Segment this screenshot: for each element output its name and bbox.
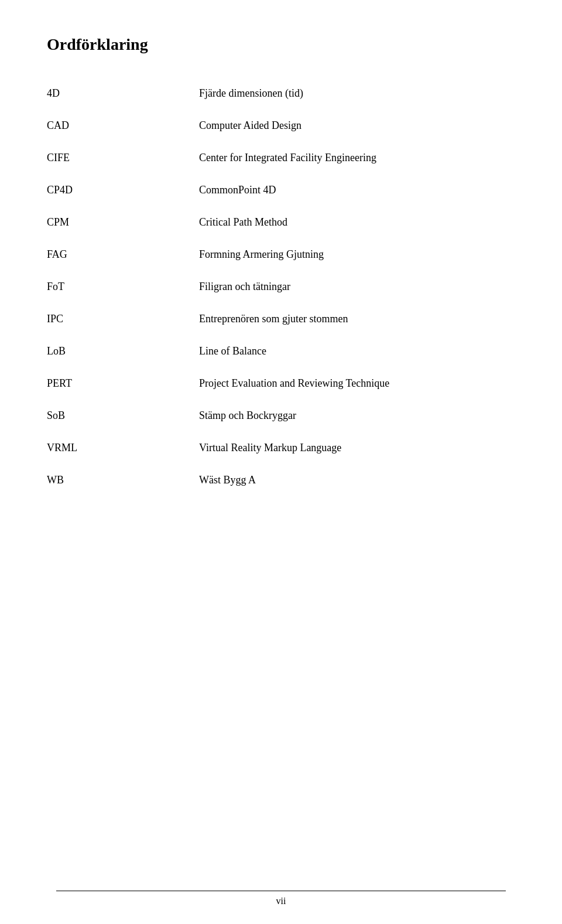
glossary-abbr: CP4D [47,174,199,206]
glossary-abbr: PERT [47,367,199,400]
glossary-abbr: FoT [47,271,199,303]
glossary-definition: Wäst Bygg A [199,464,515,496]
page-title: Ordförklaring [47,35,515,54]
glossary-abbr: CPM [47,206,199,238]
glossary-definition: Filigran och tätningar [199,271,515,303]
glossary-definition: Critical Path Method [199,206,515,238]
glossary-definition: Line of Balance [199,335,515,367]
glossary-abbr: 4D [47,77,199,110]
glossary-definition: Formning Armering Gjutning [199,238,515,271]
glossary-definition: Project Evaluation and Reviewing Techniq… [199,367,515,400]
glossary-definition: Virtual Reality Markup Language [199,432,515,464]
glossary-row: PERTProject Evaluation and Reviewing Tec… [47,367,515,400]
glossary-definition: Stämp och Bockryggar [199,400,515,432]
glossary-row: CP4DCommonPoint 4D [47,174,515,206]
glossary-row: VRMLVirtual Reality Markup Language [47,432,515,464]
glossary-row: CIFECenter for Integrated Facility Engin… [47,142,515,174]
glossary-row: IPCEntreprenören som gjuter stommen [47,303,515,335]
glossary-row: 4DFjärde dimensionen (tid) [47,77,515,110]
page-footer: vii [0,891,562,906]
glossary-abbr: SoB [47,400,199,432]
glossary-definition: Entreprenören som gjuter stommen [199,303,515,335]
page-container: Ordförklaring 4DFjärde dimensionen (tid)… [0,0,562,543]
glossary-row: WBWäst Bygg A [47,464,515,496]
glossary-abbr: FAG [47,238,199,271]
glossary-row: SoBStämp och Bockryggar [47,400,515,432]
glossary-abbr: WB [47,464,199,496]
glossary-row: CADComputer Aided Design [47,110,515,142]
glossary-abbr: LoB [47,335,199,367]
glossary-abbr: CIFE [47,142,199,174]
glossary-abbr: CAD [47,110,199,142]
glossary-row: FAGFormning Armering Gjutning [47,238,515,271]
glossary-definition: Center for Integrated Facility Engineeri… [199,142,515,174]
glossary-definition: Computer Aided Design [199,110,515,142]
glossary-row: CPMCritical Path Method [47,206,515,238]
glossary-definition: Fjärde dimensionen (tid) [199,77,515,110]
glossary-row: FoTFiligran och tätningar [47,271,515,303]
glossary-definition: CommonPoint 4D [199,174,515,206]
glossary-abbr: VRML [47,432,199,464]
page-number: vii [276,896,286,906]
glossary-table: 4DFjärde dimensionen (tid)CADComputer Ai… [47,77,515,496]
footer-divider [56,891,506,891]
glossary-row: LoBLine of Balance [47,335,515,367]
glossary-abbr: IPC [47,303,199,335]
